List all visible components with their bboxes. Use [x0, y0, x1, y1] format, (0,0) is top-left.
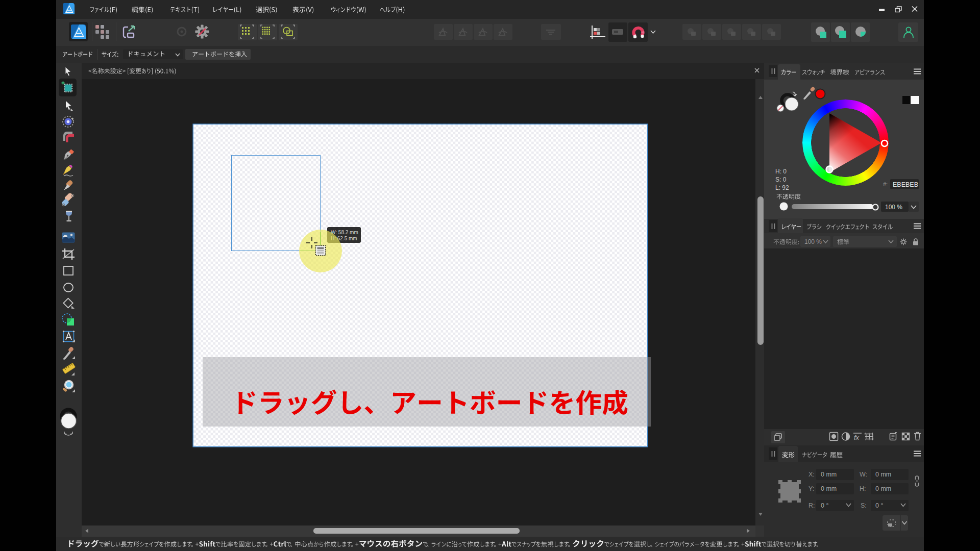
svg-text:fx: fx — [854, 434, 860, 441]
